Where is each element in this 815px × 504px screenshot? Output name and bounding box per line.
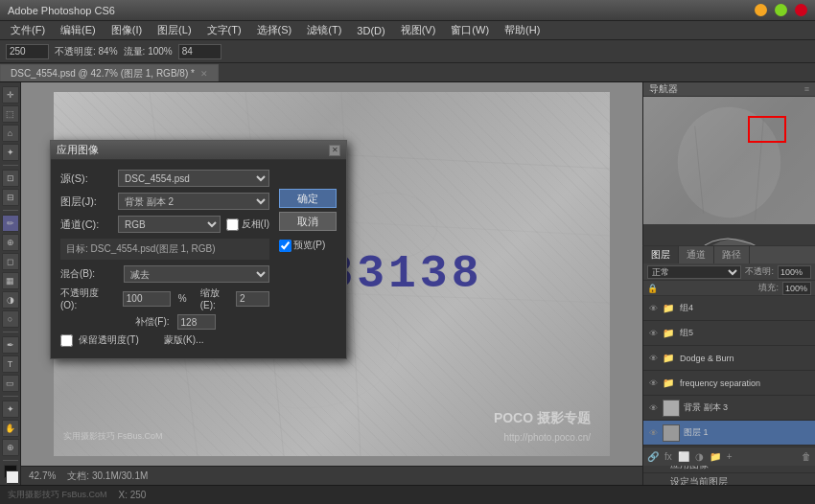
brand-watermark: POCO 摄影专题	[494, 410, 591, 427]
offset-input[interactable]	[177, 314, 216, 330]
dialog-ok-button[interactable]: 确定	[279, 189, 337, 208]
tool-dodge[interactable]: ○	[2, 310, 19, 328]
dialog-close-button[interactable]: ✕	[329, 145, 340, 156]
history-item-10[interactable]: 设定当前图层	[643, 473, 815, 485]
tool-pen[interactable]: ✒	[2, 336, 19, 354]
url-watermark: http://photo.poco.cn/	[503, 432, 591, 443]
layers-fill-bar: 🔒 填充:	[643, 281, 815, 296]
preview-row: 预览(P)	[279, 239, 337, 252]
tool-text[interactable]: T	[2, 355, 19, 373]
layer-item-layer1[interactable]: 👁 图层 1	[643, 421, 815, 446]
layer-item-group5[interactable]: 👁 📁 组5	[643, 321, 815, 346]
close-button[interactable]	[795, 4, 807, 16]
fx-button[interactable]: fx	[664, 451, 672, 462]
layer-label: 图层(J):	[60, 195, 118, 209]
tab-channels[interactable]: 通道	[679, 246, 714, 263]
menu-filter[interactable]: 滤镜(T)	[300, 21, 348, 39]
preserve-transparency-checkbox[interactable]	[60, 334, 73, 347]
menu-text[interactable]: 文字(T)	[200, 21, 248, 39]
delete-layer-button[interactable]: 🗑	[802, 451, 811, 462]
menu-window[interactable]: 窗口(W)	[444, 21, 496, 39]
menu-layer[interactable]: 图层(L)	[151, 21, 198, 39]
layer-item-freqsep[interactable]: 👁 📁 frequency separation	[643, 371, 815, 396]
tool-blur[interactable]: ◑	[2, 291, 19, 309]
blending-select[interactable]: 减去	[124, 265, 269, 283]
tool-select[interactable]: ⬚	[2, 105, 19, 123]
mask-button[interactable]: ⬜	[678, 451, 689, 462]
visibility-icon-group5[interactable]: 👁	[647, 328, 659, 339]
document-status: 文档: 30.1M/30.1M	[67, 470, 148, 483]
new-layer-button[interactable]: +	[727, 451, 733, 462]
layer-select[interactable]: 背景 副本 2	[118, 193, 269, 210]
background-color[interactable]	[6, 470, 19, 484]
navigator-menu-icon[interactable]: ≡	[804, 84, 809, 94]
preview-label: 预览(P)	[293, 239, 325, 252]
tab-paths[interactable]: 路径	[714, 246, 750, 263]
menu-bar: 文件(F) 编辑(E) 图像(I) 图层(L) 文字(T) 选择(S) 滤镜(T…	[0, 21, 815, 40]
tab-layers[interactable]: 图层	[643, 246, 679, 263]
visibility-icon-layer1[interactable]: 👁	[647, 427, 659, 439]
visibility-icon-bgcopy3[interactable]: 👁	[647, 402, 659, 414]
tool-crop[interactable]: ⊡	[2, 170, 19, 187]
layer-item-dodge[interactable]: 👁 📁 Dodge & Burn	[643, 346, 815, 371]
nav-thumbnail: 42.7%	[643, 97, 815, 242]
preview-checkbox[interactable]	[279, 240, 291, 252]
menu-3d[interactable]: 3D(D)	[350, 23, 391, 38]
opacity-input[interactable]	[123, 291, 171, 307]
tool-move[interactable]: ✛	[2, 86, 19, 103]
menu-select[interactable]: 选择(S)	[250, 21, 299, 39]
layer-item-bgcopy3[interactable]: 👁 背景 副本 3	[643, 396, 815, 421]
visibility-icon-freqsep[interactable]: 👁	[647, 378, 659, 389]
link-layers-button[interactable]: 🔗	[647, 451, 659, 462]
adjustment-button[interactable]: ◑	[695, 451, 704, 462]
scale-input[interactable]	[236, 291, 269, 307]
menu-view[interactable]: 视图(V)	[394, 21, 443, 39]
folder-icon-group5: 📁	[663, 328, 674, 338]
maximize-button[interactable]	[775, 4, 787, 16]
dialog-cancel-button[interactable]: 取消	[279, 212, 337, 231]
nav-red-box[interactable]	[748, 116, 786, 143]
opacity-toolbar-input[interactable]	[778, 265, 811, 279]
blend-mode-select[interactable]: 正常	[647, 265, 741, 279]
tool-stamp[interactable]: ⊕	[2, 234, 19, 251]
source-select[interactable]: DSC_4554.psd	[118, 170, 269, 187]
tool-eraser[interactable]: ◻	[2, 253, 19, 270]
visibility-icon-dodge[interactable]: 👁	[647, 353, 659, 364]
layer-item-group4[interactable]: 👁 📁 组4	[643, 296, 815, 321]
tool-zoom[interactable]: ⊕	[2, 439, 19, 456]
layer-thumb-bgcopy3	[663, 400, 680, 417]
invert-checkbox[interactable]	[226, 218, 239, 231]
layer-row: 图层(J): 背景 副本 2	[60, 193, 269, 210]
menu-edit[interactable]: 编辑(E)	[54, 21, 103, 39]
document-tab[interactable]: DSC_4554.psd @ 42.7% (图层 1, RGB/8) * ✕	[0, 64, 219, 81]
menu-help[interactable]: 帮助(H)	[498, 21, 547, 39]
fill-input[interactable]	[782, 282, 811, 295]
status-brand: 实用摄影技巧 FsBus.CoM	[8, 489, 107, 501]
tool-eyedropper[interactable]: ✦	[2, 401, 19, 418]
menu-file[interactable]: 文件(F)	[4, 21, 52, 39]
zoom-input[interactable]	[6, 44, 49, 59]
menu-image[interactable]: 图像(I)	[105, 21, 149, 39]
toolbar-separator-1	[3, 165, 18, 166]
channel-select[interactable]: RGB	[118, 216, 221, 233]
pressure-input[interactable]	[178, 44, 221, 59]
tool-gradient[interactable]: ▦	[2, 272, 19, 289]
tool-magic[interactable]: ✦	[2, 144, 19, 161]
tool-brush[interactable]: ✏	[2, 215, 19, 232]
layer-name-dodge: Dodge & Burn	[680, 354, 811, 363]
tool-hand[interactable]: ✋	[2, 420, 19, 437]
apply-image-dialog: 应用图像 ✕ 源(S): DSC_4554.psd 图层(J): 背景 副本 2	[50, 140, 347, 359]
toolbar-separator-2	[3, 210, 18, 211]
minimize-button[interactable]	[755, 4, 767, 16]
tool-lasso[interactable]: ⌂	[2, 125, 19, 142]
visibility-icon-group4[interactable]: 👁	[647, 303, 659, 314]
folder-icon-freqsep: 📁	[663, 378, 674, 388]
tool-shape[interactable]: ▭	[2, 375, 19, 392]
invert-label[interactable]: 反相(I)	[226, 218, 269, 231]
tool-slice[interactable]: ⊟	[2, 189, 19, 206]
source-row: 源(S): DSC_4554.psd	[60, 170, 269, 187]
lock-icons: 🔒	[647, 284, 658, 293]
document-tab-label: DSC_4554.psd @ 42.7% (图层 1, RGB/8) *	[11, 67, 195, 80]
tab-close-icon[interactable]: ✕	[200, 69, 208, 79]
group-button[interactable]: 📁	[710, 451, 721, 462]
